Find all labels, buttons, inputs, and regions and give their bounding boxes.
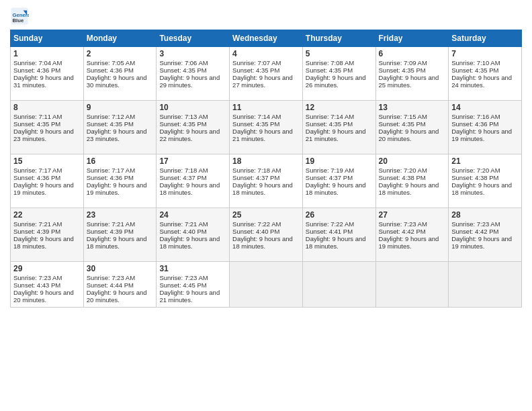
daylight: Daylight: 9 hours and 30 minutes.	[87, 74, 147, 89]
day-number: 25	[232, 210, 300, 220]
sunset: Sunset: 4:36 PM	[13, 174, 60, 181]
sunset: Sunset: 4:35 PM	[306, 66, 353, 74]
sunset: Sunset: 4:40 PM	[232, 228, 279, 235]
sunrise: Sunrise: 7:23 AM	[379, 220, 427, 228]
daylight: Daylight: 9 hours and 18 minutes.	[87, 235, 147, 250]
sunrise: Sunrise: 7:21 AM	[87, 220, 135, 228]
calendar-cell	[375, 262, 449, 308]
day-number: 4	[232, 49, 300, 58]
svg-text:Blue: Blue	[13, 17, 24, 24]
calendar-cell: 30Sunrise: 7:23 AMSunset: 4:44 PMDayligh…	[83, 262, 157, 308]
daylight: Daylight: 9 hours and 18 minutes.	[232, 181, 293, 196]
sunrise: Sunrise: 7:16 AM	[451, 113, 500, 120]
sunset: Sunset: 4:39 PM	[13, 228, 60, 235]
calendar-day-header: Saturday	[449, 30, 522, 47]
calendar-cell: 31Sunrise: 7:23 AMSunset: 4:45 PMDayligh…	[157, 262, 230, 308]
calendar-cell	[302, 262, 375, 308]
day-number: 11	[232, 103, 300, 112]
sunrise: Sunrise: 7:20 AM	[451, 167, 500, 174]
daylight: Daylight: 9 hours and 19 minutes.	[379, 235, 439, 250]
sunrise: Sunrise: 7:22 AM	[306, 220, 354, 228]
day-number: 31	[159, 264, 226, 273]
daylight: Daylight: 9 hours and 20 minutes.	[87, 289, 147, 304]
calendar-cell: 25Sunrise: 7:22 AMSunset: 4:40 PMDayligh…	[230, 208, 303, 262]
daylight: Daylight: 9 hours and 21 minutes.	[232, 128, 293, 142]
calendar-day-header: Thursday	[302, 30, 375, 47]
calendar-cell: 8Sunrise: 7:11 AMSunset: 4:35 PMDaylight…	[11, 101, 84, 154]
header: General Blue	[10, 7, 522, 26]
sunrise: Sunrise: 7:06 AM	[159, 59, 208, 66]
daylight: Daylight: 9 hours and 19 minutes.	[87, 181, 147, 196]
sunset: Sunset: 4:36 PM	[13, 66, 60, 74]
daylight: Daylight: 9 hours and 20 minutes.	[379, 128, 439, 142]
daylight: Daylight: 9 hours and 21 minutes.	[159, 289, 220, 304]
sunrise: Sunrise: 7:23 AM	[87, 274, 135, 281]
sunrise: Sunrise: 7:10 AM	[451, 59, 500, 66]
day-number: 21	[451, 156, 519, 166]
sunrise: Sunrise: 7:17 AM	[13, 167, 62, 174]
calendar-cell: 20Sunrise: 7:20 AMSunset: 4:38 PMDayligh…	[375, 154, 449, 208]
sunrise: Sunrise: 7:15 AM	[379, 113, 427, 120]
daylight: Daylight: 9 hours and 19 minutes.	[13, 181, 74, 196]
calendar-cell: 16Sunrise: 7:17 AMSunset: 4:36 PMDayligh…	[83, 154, 157, 208]
logo: General Blue	[10, 7, 32, 26]
day-number: 23	[87, 210, 154, 220]
day-number: 8	[13, 103, 81, 112]
day-number: 2	[87, 49, 154, 58]
sunrise: Sunrise: 7:21 AM	[159, 220, 208, 228]
sunset: Sunset: 4:37 PM	[232, 174, 279, 181]
calendar-cell: 1Sunrise: 7:04 AMSunset: 4:36 PMDaylight…	[11, 47, 84, 101]
daylight: Daylight: 9 hours and 18 minutes.	[232, 235, 293, 250]
calendar-cell: 10Sunrise: 7:13 AMSunset: 4:35 PMDayligh…	[157, 101, 230, 154]
day-number: 28	[451, 210, 519, 220]
calendar-cell: 22Sunrise: 7:21 AMSunset: 4:39 PMDayligh…	[11, 208, 84, 262]
calendar-cell: 24Sunrise: 7:21 AMSunset: 4:40 PMDayligh…	[157, 208, 230, 262]
sunset: Sunset: 4:35 PM	[451, 66, 498, 74]
sunrise: Sunrise: 7:23 AM	[159, 274, 208, 281]
day-number: 5	[306, 49, 373, 58]
sunset: Sunset: 4:45 PM	[159, 281, 206, 289]
day-number: 9	[87, 103, 154, 112]
calendar-cell: 21Sunrise: 7:20 AMSunset: 4:38 PMDayligh…	[449, 154, 522, 208]
day-number: 16	[87, 156, 154, 166]
sunset: Sunset: 4:36 PM	[87, 66, 134, 74]
sunrise: Sunrise: 7:08 AM	[306, 59, 354, 66]
sunrise: Sunrise: 7:07 AM	[232, 59, 281, 66]
sunset: Sunset: 4:35 PM	[379, 66, 426, 74]
daylight: Daylight: 9 hours and 18 minutes.	[306, 235, 366, 250]
day-number: 22	[13, 210, 81, 220]
sunset: Sunset: 4:35 PM	[306, 120, 353, 128]
calendar-cell: 12Sunrise: 7:14 AMSunset: 4:35 PMDayligh…	[302, 101, 375, 154]
sunrise: Sunrise: 7:04 AM	[13, 59, 62, 66]
sunset: Sunset: 4:37 PM	[306, 174, 353, 181]
calendar-cell: 14Sunrise: 7:16 AMSunset: 4:36 PMDayligh…	[449, 101, 522, 154]
calendar-day-header: Friday	[375, 30, 449, 47]
day-number: 13	[379, 103, 446, 112]
daylight: Daylight: 9 hours and 20 minutes.	[13, 289, 74, 304]
daylight: Daylight: 9 hours and 19 minutes.	[451, 235, 512, 250]
sunset: Sunset: 4:38 PM	[451, 174, 498, 181]
day-number: 14	[451, 103, 519, 112]
sunrise: Sunrise: 7:22 AM	[232, 220, 281, 228]
daylight: Daylight: 9 hours and 27 minutes.	[232, 74, 293, 89]
sunset: Sunset: 4:38 PM	[379, 174, 426, 181]
sunrise: Sunrise: 7:05 AM	[87, 59, 135, 66]
calendar-table: SundayMondayTuesdayWednesdayThursdayFrid…	[10, 30, 522, 308]
sunset: Sunset: 4:35 PM	[379, 120, 426, 128]
day-number: 27	[379, 210, 446, 220]
day-number: 18	[232, 156, 300, 166]
daylight: Daylight: 9 hours and 25 minutes.	[379, 74, 439, 89]
day-number: 1	[13, 49, 81, 58]
day-number: 17	[159, 156, 226, 166]
day-number: 26	[306, 210, 373, 220]
sunrise: Sunrise: 7:09 AM	[379, 59, 427, 66]
sunset: Sunset: 4:36 PM	[87, 174, 134, 181]
daylight: Daylight: 9 hours and 21 minutes.	[306, 128, 366, 142]
calendar-cell: 6Sunrise: 7:09 AMSunset: 4:35 PMDaylight…	[375, 47, 449, 101]
sunrise: Sunrise: 7:23 AM	[13, 274, 62, 281]
calendar-day-header: Tuesday	[157, 30, 230, 47]
calendar-cell: 7Sunrise: 7:10 AMSunset: 4:35 PMDaylight…	[449, 47, 522, 101]
daylight: Daylight: 9 hours and 31 minutes.	[13, 74, 74, 89]
sunrise: Sunrise: 7:14 AM	[232, 113, 281, 120]
calendar-cell: 4Sunrise: 7:07 AMSunset: 4:35 PMDaylight…	[230, 47, 303, 101]
